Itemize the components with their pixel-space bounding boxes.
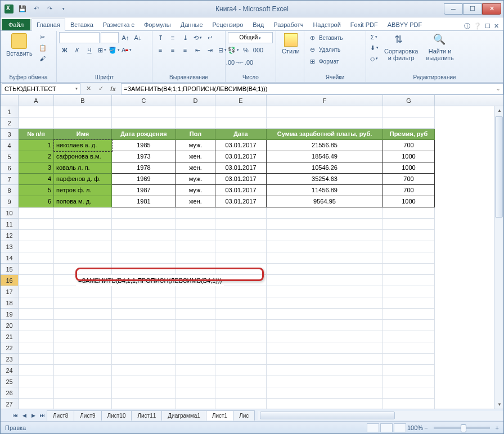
cell[interactable]: муж. bbox=[176, 174, 215, 185]
styles-button[interactable]: Стили bbox=[278, 32, 303, 56]
shrink-font-icon[interactable]: A↓ bbox=[132, 32, 143, 43]
tab-insert[interactable]: Вставка bbox=[66, 19, 98, 30]
cell[interactable] bbox=[215, 376, 267, 387]
sheet-tab[interactable]: Лис bbox=[233, 410, 255, 421]
indent-inc-icon[interactable]: ⇥ bbox=[204, 44, 215, 56]
cell[interactable] bbox=[19, 297, 54, 309]
cell[interactable] bbox=[267, 354, 383, 365]
autosum-icon[interactable]: Σ bbox=[368, 32, 380, 42]
cell[interactable] bbox=[19, 354, 54, 365]
cell[interactable] bbox=[112, 354, 176, 365]
row-6[interactable]: 6 bbox=[1, 162, 19, 174]
row-18[interactable]: 18 bbox=[1, 297, 19, 309]
dec-decimal-icon[interactable]: ←.00 bbox=[240, 57, 251, 68]
sheet-tab[interactable]: Лист11 bbox=[131, 410, 162, 421]
restore-window-icon[interactable]: ☐ bbox=[485, 22, 490, 30]
cell[interactable] bbox=[176, 219, 215, 230]
cell[interactable] bbox=[19, 387, 54, 399]
cell[interactable]: 03.01.2017 bbox=[215, 196, 267, 207]
row-12[interactable]: 12 bbox=[1, 230, 19, 241]
cell[interactable]: 1985 bbox=[112, 140, 176, 151]
row-23[interactable]: 23 bbox=[1, 354, 19, 365]
cell[interactable] bbox=[215, 106, 267, 117]
cell[interactable] bbox=[19, 106, 54, 117]
cell[interactable] bbox=[267, 365, 383, 376]
minimize-ribbon-icon[interactable]: ⓘ bbox=[464, 22, 470, 30]
align-left-icon[interactable]: ≡ bbox=[155, 44, 166, 56]
cell[interactable]: 35254.63 bbox=[267, 174, 383, 185]
scroll-down-icon[interactable]: ▼ bbox=[497, 402, 502, 407]
cell[interactable] bbox=[215, 354, 267, 365]
wrap-text-icon[interactable]: ↵ bbox=[204, 32, 215, 43]
percent-icon[interactable]: % bbox=[240, 44, 251, 56]
cell[interactable] bbox=[215, 219, 267, 230]
cell[interactable] bbox=[54, 376, 112, 387]
cell[interactable] bbox=[267, 376, 383, 387]
cell[interactable] bbox=[54, 387, 112, 399]
cell[interactable]: 1000 bbox=[383, 162, 435, 174]
cell[interactable] bbox=[383, 252, 435, 264]
cell[interactable]: 1987 bbox=[112, 185, 176, 196]
find-select-button[interactable]: 🔍 Найти и выделить bbox=[422, 32, 457, 62]
cell[interactable]: коваль л. п. bbox=[54, 162, 112, 174]
cell[interactable] bbox=[267, 399, 383, 409]
cell[interactable] bbox=[267, 331, 383, 342]
cell[interactable] bbox=[267, 297, 383, 309]
cell[interactable] bbox=[383, 117, 435, 129]
cell[interactable] bbox=[215, 117, 267, 129]
size-select[interactable] bbox=[101, 32, 119, 43]
formula-input[interactable]: =ЗАМЕНИТЬ(B4;1;1;ПРОПИСН(ЛЕВСИМВ(B4;1)))… bbox=[121, 83, 503, 94]
cell[interactable] bbox=[267, 275, 383, 286]
row-2[interactable]: 2 bbox=[1, 117, 19, 129]
cell[interactable] bbox=[383, 376, 435, 387]
cell[interactable] bbox=[176, 309, 215, 320]
fill-icon[interactable]: ⬇ bbox=[368, 43, 380, 53]
cell[interactable]: 4 bbox=[19, 174, 54, 185]
align-bottom-icon[interactable]: ⤓ bbox=[179, 32, 191, 43]
cell[interactable] bbox=[383, 230, 435, 241]
cell[interactable] bbox=[267, 286, 383, 297]
format-cells-button[interactable]: Формат bbox=[319, 58, 339, 65]
scroll-up-icon[interactable]: ▲ bbox=[497, 108, 502, 113]
cell[interactable] bbox=[112, 365, 176, 376]
cell[interactable] bbox=[176, 331, 215, 342]
cell[interactable] bbox=[176, 320, 215, 331]
underline-icon[interactable]: Ч bbox=[84, 44, 95, 56]
sheet-tab[interactable]: Диаграмма1 bbox=[161, 410, 206, 421]
cell[interactable] bbox=[383, 387, 435, 399]
cell[interactable] bbox=[215, 297, 267, 309]
col-C[interactable]: C bbox=[112, 95, 176, 106]
sheet-tab-active[interactable]: Лист1 bbox=[206, 410, 233, 421]
zoom-level[interactable]: 100% bbox=[407, 424, 423, 431]
zoom-out-icon[interactable]: − bbox=[424, 424, 428, 431]
cell[interactable]: 11456.89 bbox=[267, 185, 383, 196]
cell[interactable] bbox=[215, 309, 267, 320]
cell[interactable] bbox=[112, 309, 176, 320]
cell[interactable] bbox=[19, 342, 54, 354]
cell[interactable]: 03.01.2017 bbox=[215, 162, 267, 174]
fill-color-icon[interactable]: 🪣 bbox=[109, 44, 120, 56]
row-15[interactable]: 15 bbox=[1, 264, 19, 275]
excel-icon[interactable] bbox=[3, 3, 15, 15]
align-middle-icon[interactable]: ≡ bbox=[167, 32, 178, 43]
enter-formula-icon[interactable]: ✓ bbox=[95, 84, 106, 94]
cell[interactable] bbox=[267, 106, 383, 117]
select-all-corner[interactable] bbox=[1, 95, 19, 106]
cell[interactable]: 18546.49 bbox=[267, 151, 383, 162]
cell[interactable] bbox=[54, 230, 112, 241]
delete-cells-button[interactable]: Удалить bbox=[319, 47, 340, 53]
sheet-tab[interactable]: Лист10 bbox=[101, 410, 132, 421]
cell[interactable] bbox=[176, 376, 215, 387]
cell[interactable] bbox=[112, 241, 176, 252]
minimize-button[interactable]: ─ bbox=[444, 3, 463, 15]
help-icon[interactable]: ❔ bbox=[474, 22, 482, 30]
cell[interactable] bbox=[112, 219, 176, 230]
cell[interactable]: 1000 bbox=[383, 151, 435, 162]
borders-icon[interactable]: ⊞ bbox=[96, 44, 107, 56]
cell[interactable]: сафронова в.м. bbox=[54, 151, 112, 162]
cell[interactable] bbox=[112, 399, 176, 409]
cell[interactable] bbox=[112, 106, 176, 117]
page-break-view-icon[interactable] bbox=[394, 423, 406, 432]
cell[interactable] bbox=[383, 309, 435, 320]
col-G[interactable]: G bbox=[383, 95, 435, 106]
